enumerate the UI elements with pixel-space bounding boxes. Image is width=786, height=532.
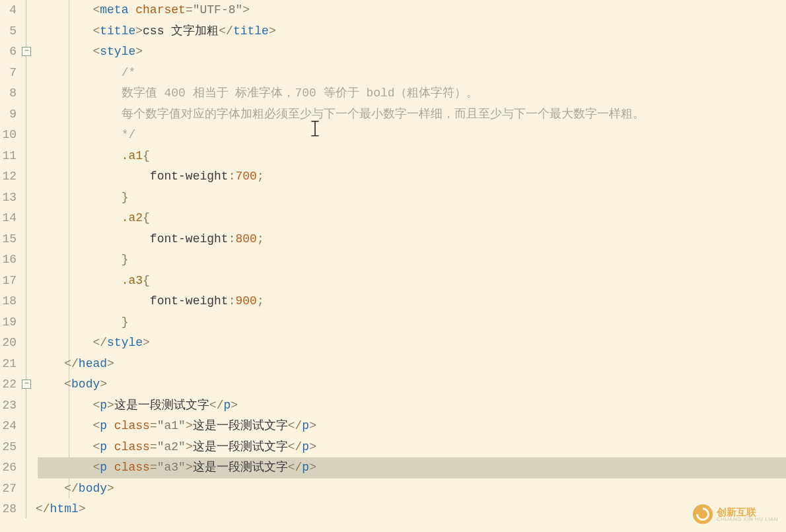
- line-number: 11: [0, 146, 17, 167]
- logo-text-cn: 创新互联: [717, 507, 778, 517]
- code-line[interactable]: /*: [36, 63, 786, 84]
- code-line[interactable]: <meta charset="UTF-8">: [36, 0, 786, 21]
- line-number: 20: [0, 333, 17, 354]
- code-line[interactable]: </html>: [36, 499, 786, 520]
- line-number-gutter: 4 5 6 7 8 9 10 11 12 13 14 15 16 17 18 1…: [0, 0, 18, 520]
- line-number: 22: [0, 374, 17, 395]
- line-number: 13: [0, 187, 17, 209]
- code-line[interactable]: <p class="a3">这是一段测试文字</p>: [36, 457, 786, 479]
- line-number: 12: [0, 166, 17, 187]
- code-line[interactable]: .a2{: [36, 208, 786, 229]
- logo-icon: [693, 504, 713, 524]
- code-line[interactable]: font-weight:800;: [36, 229, 786, 250]
- code-line[interactable]: </body>: [36, 479, 786, 500]
- code-line[interactable]: font-weight:900;: [36, 291, 786, 312]
- code-line[interactable]: 数字值 400 相当于 标准字体，700 等价于 bold（粗体字符）。: [36, 83, 786, 104]
- line-number: 14: [0, 208, 17, 229]
- line-number: 27: [0, 479, 17, 500]
- line-number: 25: [0, 437, 17, 458]
- code-line[interactable]: .a1{: [36, 146, 786, 167]
- line-number: 4: [0, 0, 17, 21]
- line-number: 18: [0, 291, 17, 312]
- code-line[interactable]: }: [36, 187, 786, 209]
- line-number: 28: [0, 499, 17, 520]
- line-number: 19: [0, 312, 17, 333]
- code-line[interactable]: <title>css 文字加粗</title>: [36, 21, 786, 42]
- fold-toggle-icon[interactable]: −: [22, 380, 31, 389]
- line-number: 24: [0, 416, 17, 437]
- code-line[interactable]: </head>: [36, 354, 786, 375]
- line-number: 21: [0, 354, 17, 375]
- watermark-logo: 创新互联 CHUANG XIN HU LIAN: [693, 504, 778, 524]
- text-cursor-icon: [310, 121, 320, 143]
- fold-column: − −: [18, 0, 36, 520]
- line-number: 8: [0, 83, 17, 104]
- code-line[interactable]: <p class="a1">这是一段测试文字</p>: [36, 416, 786, 437]
- line-number: 5: [0, 21, 17, 42]
- code-line[interactable]: <style>: [36, 42, 786, 63]
- code-editor[interactable]: 4 5 6 7 8 9 10 11 12 13 14 15 16 17 18 1…: [0, 0, 786, 520]
- line-number: 23: [0, 395, 17, 416]
- code-line[interactable]: }: [36, 312, 786, 333]
- line-number: 10: [0, 125, 17, 146]
- line-number: 6: [0, 42, 17, 63]
- line-number: 26: [0, 457, 17, 479]
- code-line[interactable]: */: [36, 125, 786, 146]
- code-line[interactable]: <p class="a2">这是一段测试文字</p>: [36, 437, 786, 458]
- code-line[interactable]: 每个数字值对应的字体加粗必须至少与下一个最小数字一样细，而且至少与下一个最大数字…: [36, 104, 786, 125]
- code-line[interactable]: font-weight:700;: [36, 166, 786, 187]
- code-line[interactable]: <p>这是一段测试文字</p>: [36, 395, 786, 416]
- code-line[interactable]: </style>: [36, 333, 786, 354]
- code-line[interactable]: .a3{: [36, 271, 786, 292]
- logo-text-en: CHUANG XIN HU LIAN: [717, 517, 778, 522]
- fold-toggle-icon[interactable]: −: [22, 47, 31, 56]
- code-area[interactable]: <meta charset="UTF-8"> <title>css 文字加粗</…: [36, 0, 786, 520]
- line-number: 9: [0, 104, 17, 125]
- code-line[interactable]: <body>: [36, 374, 786, 395]
- line-number: 17: [0, 271, 17, 292]
- code-line[interactable]: }: [36, 249, 786, 271]
- line-number: 16: [0, 249, 17, 271]
- line-number: 7: [0, 63, 17, 84]
- line-number: 15: [0, 229, 17, 250]
